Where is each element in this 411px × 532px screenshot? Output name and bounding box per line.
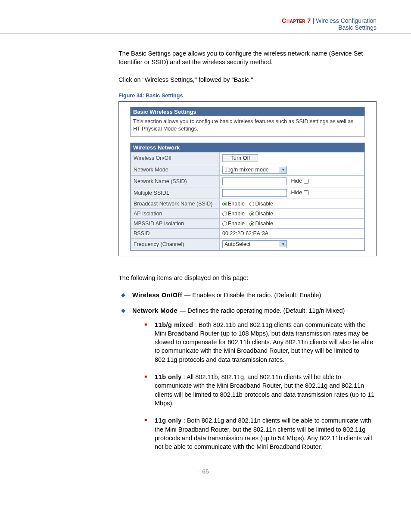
row-network-mode: Network Mode 11g/n mixed mode ▼ [131,164,364,175]
mbssid-enable-radio[interactable]: Enable [222,221,245,227]
mssid1-input[interactable] [222,189,287,197]
subsection-label: Basic Settings [338,24,377,31]
radio-circle-icon [222,221,227,226]
term-11g-only: 11g only [155,417,182,424]
broadcast-enable-radio[interactable]: Enable [222,201,245,207]
chapter-label: Chapter 7 [282,17,311,24]
radio-circle-icon [222,212,227,216]
label-mssid1: Multiple SSID1 [131,187,220,199]
content-area: The Basic Settings page allows you to co… [118,49,377,451]
list-item: Network Mode — Defines the radio operati… [120,306,377,451]
intro-paragraph-1: The Basic Settings page allows you to co… [118,49,377,67]
mbssid-disable-radio[interactable]: Disable [249,221,273,227]
chevron-down-icon: ▼ [280,167,286,173]
panel-title: Basic Wireless Settings [131,107,364,116]
radio-dot-icon [222,202,227,206]
items-lead: The following items are displayed on thi… [118,274,377,282]
turn-off-button[interactable]: Turn Off [222,154,258,162]
ap-iso-disable-radio[interactable]: Disable [249,211,273,217]
hide-ssid-checkbox[interactable] [304,179,308,184]
settings-table: Wireless On/Off Turn Off Network Mode 11… [131,152,364,250]
network-mode-value: 11g/n mixed mode [223,166,271,173]
list-item: 11b/g mixed : Both 802.11b and 802.11g c… [144,320,377,364]
figure-caption: Figure 34: Basic Settings [118,93,377,99]
settings-panel: Basic Wireless Settings This section all… [130,107,365,137]
row-wireless-onoff: Wireless On/Off Turn Off [131,152,364,164]
list-item: Wireless On/Off — Enables or Disable the… [120,291,377,299]
definition-list: Wireless On/Off — Enables or Disable the… [118,291,377,451]
label-mbssid-isolation: MBSSID AP Isolation [131,218,220,228]
hide-mssid1-checkbox[interactable] [304,190,308,195]
hide-ssid-label: Hide [291,178,302,184]
wireless-network-title: Wireless Network [131,143,364,152]
radio-circle-icon [249,202,254,206]
label-ap-isolation: AP Isolation [131,208,220,218]
page-header: Chapter 7 | Wireless Configuration Basic… [0,13,411,34]
row-mbssid-isolation: MBSSID AP Isolation Enable Disable [131,218,364,228]
panel-description: This section allows you to configure bas… [131,116,364,136]
radio-dot-icon [249,212,254,216]
page-footer: – 65 – [0,468,411,483]
radio-dot-icon [249,221,254,226]
bssid-value: 00:22:2D:62:EA:3A [219,228,364,238]
label-bssid: BSSID [131,228,220,238]
desc-11b-only: : All 802.11b, 802.11g, and 802.11n clie… [155,373,374,407]
intro-paragraph-2: Click on "Wireless Settings," followed b… [118,75,377,84]
header-separator: | [313,17,314,24]
term-11b-only: 11b only [155,373,182,380]
frequency-select[interactable]: AutoSelect ▼ [222,240,287,248]
label-ssid: Network Name (SSID) [131,175,220,187]
hide-mssid1-label: Hide [291,190,302,196]
list-item: 11b only : All 802.11b, 802.11g, and 802… [144,373,377,408]
term-wireless-onoff: Wireless On/Off [132,292,184,299]
broadcast-disable-radio[interactable]: Disable [249,201,273,207]
ssid-input[interactable] [222,177,287,185]
label-broadcast: Broadcast Network Name (SSID) [131,199,220,208]
section-label: Wireless Configuration [316,17,377,24]
term-11bg-mixed: 11b/g mixed [155,321,195,328]
label-network-mode: Network Mode [131,164,220,175]
sub-list: 11b/g mixed : Both 802.11b and 802.11g c… [132,320,377,451]
list-item: 11g only : Both 802.11g and 802.11n clie… [144,416,377,451]
wireless-network-panel: Wireless Network Wireless On/Off Turn Of… [130,143,365,251]
row-mssid1: Multiple SSID1 Hide [131,187,364,199]
chevron-down-icon: ▼ [280,241,286,247]
term-network-mode: Network Mode [132,307,180,314]
network-mode-select[interactable]: 11g/n mixed mode ▼ [222,166,287,174]
row-bssid: BSSID 00:22:2D:62:EA:3A [131,228,364,238]
desc-wireless-onoff: — Enables or Disable the radio. (Default… [184,292,321,299]
row-ssid: Network Name (SSID) Hide [131,175,364,187]
desc-network-mode: — Defines the radio operating mode. (Def… [180,307,345,314]
ap-iso-enable-radio[interactable]: Enable [222,211,245,217]
row-frequency: Frequency (Channel) AutoSelect ▼ [131,238,364,250]
desc-11g-only: : Both 802.11g and 802.11n clients will … [155,417,372,450]
screenshot-frame: Basic Wireless Settings This section all… [118,101,377,256]
row-broadcast: Broadcast Network Name (SSID) Enable Dis… [131,199,364,208]
row-ap-isolation: AP Isolation Enable Disable [131,208,364,218]
label-wireless-onoff: Wireless On/Off [131,152,220,164]
label-frequency: Frequency (Channel) [131,238,220,250]
header-rule [0,34,411,34]
frequency-value: AutoSelect [223,241,252,248]
